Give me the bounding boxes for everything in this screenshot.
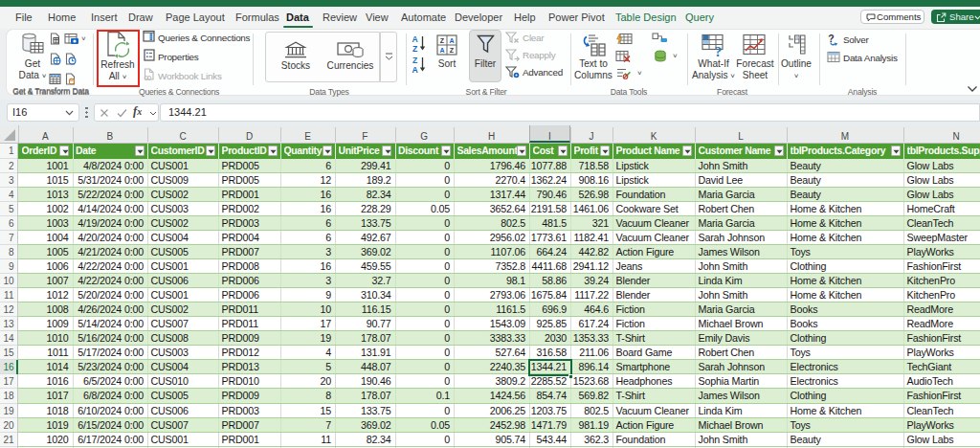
svg-text:?: ? (828, 33, 834, 44)
svg-text:Z: Z (440, 37, 445, 44)
svg-text:Z: Z (450, 47, 455, 54)
svg-text:A: A (449, 37, 454, 44)
svg-text:A: A (412, 65, 417, 75)
svg-text:A: A (412, 34, 417, 44)
svg-text:Z: Z (412, 56, 417, 65)
svg-text:Z: Z (412, 44, 417, 54)
svg-text:?: ? (715, 44, 723, 57)
svg-text:A: A (439, 47, 444, 54)
